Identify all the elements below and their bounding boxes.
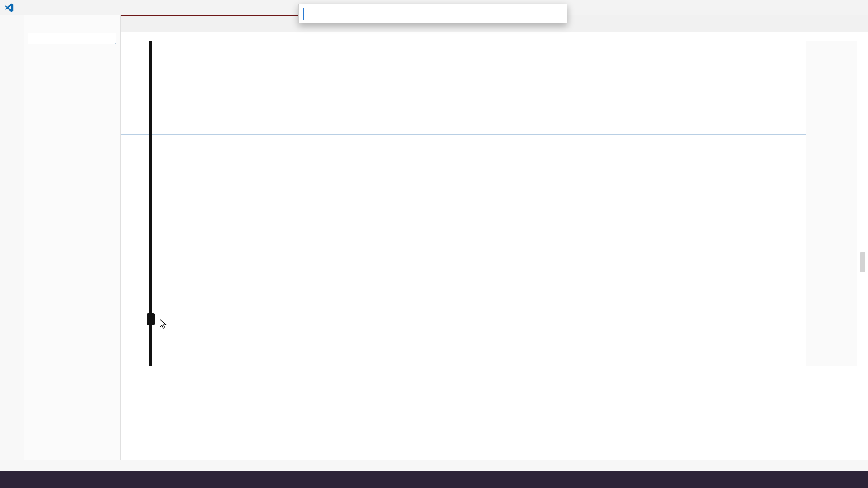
editor-scrollbar[interactable] [860,252,865,272]
breadcrumb[interactable] [121,32,806,41]
activity-bar [0,15,24,460]
extensions-sidebar [24,15,121,460]
vscode-window [0,0,868,488]
editor-drag-handle[interactable] [147,313,155,325]
bottom-panel [121,366,868,460]
status-bar [0,460,868,471]
theme-quick-pick [298,4,567,23]
code-editor[interactable] [121,41,806,366]
sidebar-header [24,15,120,32]
vscode-logo-icon [5,3,14,12]
minimap[interactable] [806,41,857,366]
mouse-cursor [159,319,168,330]
panel-tab-bar [121,366,868,382]
extension-search-input[interactable] [28,33,116,44]
windows-taskbar [0,471,868,488]
quick-pick-input[interactable] [303,8,562,20]
